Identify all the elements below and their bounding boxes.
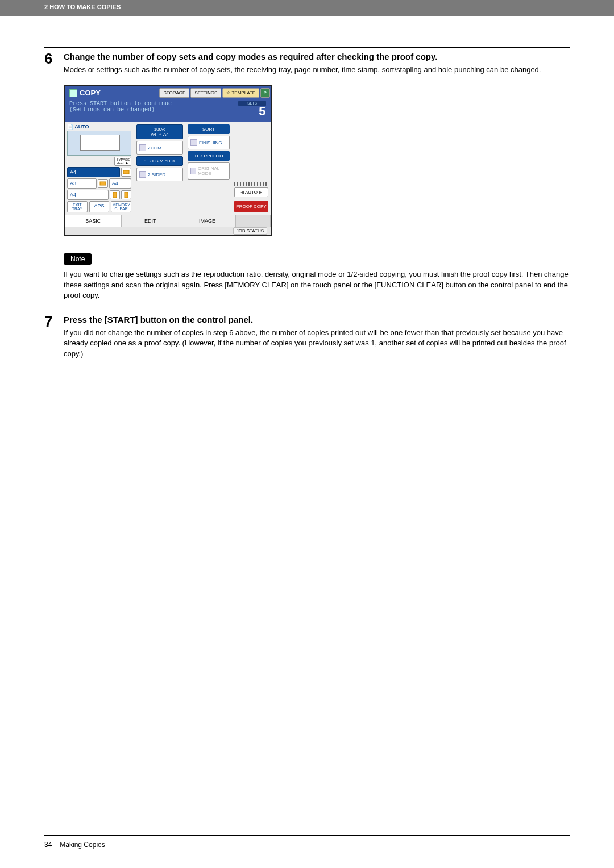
status-message-bar: Press START button to continue (Settings… bbox=[65, 99, 271, 122]
status-line-2: (Settings can be changed) bbox=[69, 107, 172, 113]
step-6-number: 6 bbox=[44, 51, 64, 75]
step-6: 6 Change the number of copy sets and cop… bbox=[44, 51, 570, 75]
copy-title-text: COPY bbox=[80, 89, 101, 97]
header-breadcrumb: 2 HOW TO MAKE COPIES bbox=[0, 0, 614, 16]
density-auto-button[interactable]: ◀ AUTO ▶ bbox=[234, 187, 268, 197]
chevron-left-icon: ◀ bbox=[240, 190, 244, 195]
two-sided-button[interactable]: 2 SIDED bbox=[136, 168, 183, 181]
step-6-heading: Change the number of copy sets and copy … bbox=[64, 51, 570, 62]
copy-icon bbox=[69, 89, 77, 97]
job-status-bar: JOB STATUS bbox=[65, 227, 271, 235]
note-badge: Note bbox=[64, 253, 92, 265]
svg-rect-1 bbox=[100, 182, 106, 185]
right-col-a4[interactable]: A4 bbox=[109, 178, 131, 189]
tab-image[interactable]: IMAGE bbox=[179, 215, 236, 227]
tray-orient-icon bbox=[110, 190, 120, 199]
step-7-text: If you did not change the number of copi… bbox=[64, 328, 570, 359]
template-button[interactable]: ☆ TEMPLATE bbox=[222, 88, 259, 98]
help-button[interactable]: ? bbox=[260, 88, 270, 98]
density-scale bbox=[234, 182, 268, 186]
finishing-icon bbox=[190, 139, 197, 146]
note-block: Note If you want to change settings such… bbox=[64, 253, 570, 301]
text-photo-display: TEXT/PHOTO bbox=[188, 151, 230, 161]
tray-orient-icon bbox=[121, 190, 131, 199]
original-mode-button[interactable]: ORIGINAL MODE bbox=[188, 162, 230, 180]
tray-a4-selected[interactable]: A4 bbox=[67, 167, 120, 177]
tray-orient-icon bbox=[98, 179, 108, 188]
paper-preview bbox=[67, 131, 131, 156]
simplex-display: 1→1 SIMPLEX bbox=[136, 156, 183, 166]
step-7: 7 Press the [START] button on the contro… bbox=[44, 314, 570, 359]
step-6-text: Modes or settings such as the number of … bbox=[64, 65, 570, 75]
step-7-heading: Press the [START] button on the control … bbox=[64, 314, 570, 326]
tray-a4-2[interactable]: A4 bbox=[67, 190, 109, 200]
svg-rect-2 bbox=[113, 192, 117, 198]
auto-label: 📄 AUTO bbox=[67, 124, 131, 130]
zoom-button[interactable]: ZOOM bbox=[136, 141, 183, 155]
step-7-number: 7 bbox=[44, 314, 64, 359]
copy-panel-figure: COPY STORAGE SETTINGS ☆ TEMPLATE ? Press… bbox=[64, 85, 272, 236]
template-label: TEMPLATE bbox=[231, 90, 255, 95]
original-mode-icon bbox=[190, 168, 196, 174]
aps-button[interactable]: APS bbox=[89, 201, 110, 212]
storage-button[interactable]: STORAGE bbox=[159, 88, 189, 98]
tray-orient-icon bbox=[121, 168, 131, 177]
copy-title: COPY bbox=[65, 86, 159, 99]
memory-clear-button[interactable]: MEMORY CLEAR bbox=[111, 201, 131, 212]
settings-button[interactable]: SETTINGS bbox=[190, 88, 221, 98]
tab-basic[interactable]: BASIC bbox=[65, 215, 122, 227]
exit-tray-button[interactable]: EXIT TRAY bbox=[67, 201, 88, 212]
zoom-icon bbox=[139, 144, 146, 151]
finishing-button[interactable]: FINISHING bbox=[188, 136, 230, 149]
svg-rect-0 bbox=[123, 170, 129, 174]
star-icon: ☆ bbox=[226, 90, 230, 95]
job-status-button[interactable]: JOB STATUS bbox=[233, 227, 267, 235]
bypass-feed-button[interactable]: BYPASSFEED ▸ bbox=[114, 157, 131, 166]
tab-edit[interactable]: EDIT bbox=[122, 215, 179, 227]
tray-a3[interactable]: A3 bbox=[67, 178, 97, 189]
proof-copy-button[interactable]: PROOF COPY bbox=[234, 201, 268, 212]
sort-display: SORT bbox=[188, 124, 230, 134]
note-text: If you want to change settings such as t… bbox=[64, 269, 570, 301]
svg-rect-3 bbox=[125, 192, 128, 198]
sets-value: 5 bbox=[238, 106, 266, 119]
chevron-right-icon: ▶ bbox=[259, 190, 262, 195]
duplex-icon bbox=[139, 171, 146, 178]
zoom-ratio-display: 100% A4 → A4 bbox=[136, 124, 183, 139]
status-line-1: Press START button to continue bbox=[69, 101, 172, 107]
